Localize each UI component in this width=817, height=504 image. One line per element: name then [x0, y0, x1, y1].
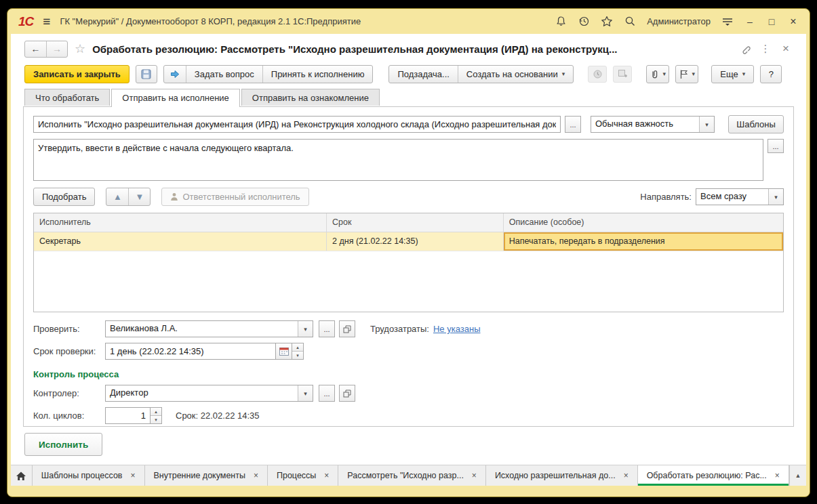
chevron-down-icon: ▾	[562, 70, 565, 77]
check-term-field[interactable]	[105, 343, 276, 360]
create-based-on-button[interactable]: Создать на основании ▾	[458, 66, 573, 83]
controller-combo[interactable]: Директор ▾	[105, 385, 313, 402]
more-menu-dots-icon[interactable]: ⋮	[759, 42, 772, 56]
move-down-button[interactable]: ▼	[128, 188, 150, 205]
save-icon-button[interactable]	[136, 65, 157, 83]
current-user[interactable]: Администратор	[647, 16, 711, 26]
window-tab-ird-document[interactable]: Исходно разрешительная до... ×	[486, 465, 638, 486]
check-term-spinner[interactable]: ▴ ▾	[292, 343, 304, 360]
flag-button[interactable]: ▾	[676, 66, 698, 83]
user-menu-icon[interactable]	[721, 16, 734, 28]
labor-link[interactable]: Не указаны	[433, 324, 481, 334]
get-link-icon[interactable]	[738, 42, 752, 56]
tab-label: Обработать резолюцию: Рас...	[647, 471, 767, 480]
spinner-down-icon[interactable]: ▾	[151, 415, 161, 423]
labor-label: Трудозатраты:	[370, 324, 429, 334]
performers-table: Исполнитель Срок Описание (особое) Секре…	[33, 213, 784, 312]
col-performer[interactable]: Исполнитель	[34, 213, 327, 232]
checker-open-button[interactable]	[339, 320, 355, 337]
window-tab-internal-documents[interactable]: Внутренние документы ×	[145, 465, 268, 486]
open-in-window-icon	[343, 325, 351, 333]
close-tab-icon[interactable]: ×	[624, 471, 629, 480]
execute-subject-select-button[interactable]: ...	[565, 116, 581, 133]
controller-select-button[interactable]: ...	[319, 385, 335, 402]
spinner-down-icon[interactable]: ▾	[292, 351, 303, 359]
performer-cell[interactable]: Секретарь	[34, 232, 327, 251]
checker-select-button[interactable]: ...	[319, 320, 335, 337]
close-tab-icon[interactable]: ×	[775, 471, 780, 480]
main-menu-icon[interactable]: ≡	[43, 14, 50, 29]
checker-combo[interactable]: Великанова Л.А. ▾	[105, 320, 313, 337]
pick-performers-button[interactable]: Подобрать	[33, 188, 95, 206]
tab-send-for-execution[interactable]: Отправить на исполнение	[111, 89, 240, 107]
flag-icon	[679, 69, 688, 79]
history-icon[interactable]	[578, 16, 590, 28]
ask-question-button[interactable]: Задать вопрос	[186, 66, 262, 83]
notifications-bell-icon[interactable]	[555, 16, 567, 28]
importance-select[interactable]: Обычная важность ▾	[591, 116, 715, 133]
minimize-button[interactable]: –	[744, 16, 755, 27]
description-cell-selected[interactable]: Напечатать, передать в подразделения	[504, 232, 783, 251]
spinner-up-icon[interactable]: ▴	[151, 408, 161, 415]
chevron-down-icon[interactable]: ▾	[298, 385, 313, 401]
subtask-button[interactable]: Подзадача...	[389, 66, 457, 83]
add-window-disabled-icon	[613, 66, 632, 83]
col-term[interactable]: Срок	[327, 213, 504, 232]
resolution-text-expand-button[interactable]: ...	[768, 139, 784, 153]
spinner-up-icon[interactable]: ▴	[292, 343, 303, 351]
favorites-star-icon[interactable]	[601, 16, 613, 28]
col-description[interactable]: Описание (особое)	[504, 213, 783, 232]
cycles-spinner[interactable]: ▴ ▾	[151, 407, 162, 424]
resolution-text-area[interactable]: Утвердить, ввести в действие с начала сл…	[33, 139, 763, 181]
1c-logo-icon: 1С	[18, 14, 33, 29]
floppy-disk-icon	[141, 69, 151, 79]
attachments-button[interactable]: ▾	[647, 66, 669, 83]
form-tabs: Что обработать Отправить на исполнение О…	[24, 89, 381, 106]
chevron-down-icon[interactable]: ▾	[768, 189, 783, 205]
tab-send-for-review[interactable]: Отправить на ознакомление	[241, 89, 380, 106]
window-tab-processes[interactable]: Процессы ×	[268, 465, 338, 486]
controller-value: Директор	[106, 385, 298, 401]
cycles-field[interactable]	[105, 407, 151, 424]
forward-button[interactable]: →	[46, 41, 67, 57]
chevron-down-icon[interactable]: ▾	[699, 117, 714, 132]
close-tab-icon[interactable]: ×	[472, 471, 477, 480]
importance-value: Обычная важность	[591, 117, 699, 132]
help-button[interactable]: ?	[760, 65, 782, 83]
forward-task-button[interactable]	[164, 66, 186, 83]
close-form-button[interactable]: ×	[779, 42, 793, 56]
calendar-icon	[279, 347, 289, 356]
route-select[interactable]: Всем сразу ▾	[696, 188, 784, 205]
window-tab-process-templates[interactable]: Шаблоны процессов ×	[33, 465, 145, 486]
execute-subject-field[interactable]	[33, 116, 561, 133]
close-tab-icon[interactable]: ×	[324, 471, 329, 480]
table-row[interactable]: Секретарь 2 дня (21.02.22 14:35) Напечат…	[34, 232, 783, 251]
open-in-window-icon	[343, 390, 351, 398]
check-term-label: Срок проверки:	[33, 346, 101, 356]
favorite-star-icon[interactable]: ☆	[75, 41, 85, 56]
close-tab-icon[interactable]: ×	[130, 471, 135, 480]
windows-list-up-button[interactable]: ▲	[789, 465, 806, 486]
controller-open-button[interactable]	[339, 385, 355, 402]
close-window-button[interactable]: ×	[788, 16, 799, 28]
maximize-button[interactable]: □	[766, 16, 777, 27]
close-tab-icon[interactable]: ×	[254, 471, 258, 480]
back-button[interactable]: ←	[25, 41, 46, 57]
templates-button[interactable]: Шаблоны	[728, 115, 784, 133]
execute-button[interactable]: Исполнить	[24, 433, 102, 456]
accept-for-execution-button[interactable]: Принять к исполнению	[262, 66, 373, 83]
check-term-calendar-button[interactable]	[276, 343, 292, 360]
route-label: Направлять:	[640, 192, 692, 202]
home-button[interactable]	[11, 465, 33, 486]
move-up-button[interactable]: ▲	[106, 188, 128, 205]
responsible-performer-button: Ответственный исполнитель	[161, 188, 308, 206]
window-tab-process-resolution[interactable]: Обработать резолюцию: Рас... ×	[638, 465, 789, 486]
save-and-close-button[interactable]: Записать и закрыть	[24, 65, 129, 83]
more-actions-button[interactable]: Еще ▾	[711, 65, 754, 83]
tab-label: Внутренние документы	[154, 471, 245, 480]
tab-what-to-process[interactable]: Что обработать	[24, 89, 110, 106]
term-cell[interactable]: 2 дня (21.02.22 14:35)	[327, 232, 504, 251]
window-tab-consider[interactable]: Рассмотреть "Исходно разр... ×	[338, 465, 486, 486]
chevron-down-icon[interactable]: ▾	[298, 321, 313, 337]
search-icon[interactable]	[624, 16, 636, 28]
